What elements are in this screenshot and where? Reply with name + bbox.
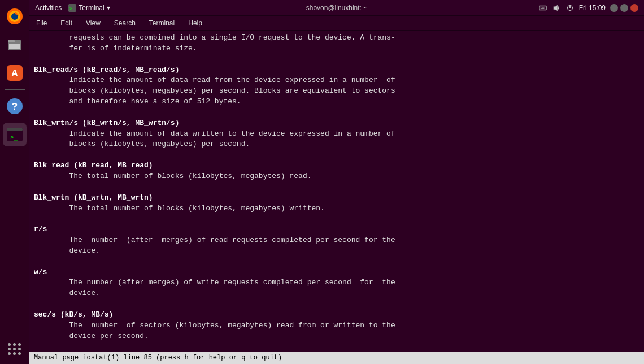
svg-text:>_: >_ (10, 133, 18, 141)
keyboard-icon (538, 3, 547, 12)
svg-rect-11 (7, 128, 23, 131)
svg-rect-5 (9, 44, 20, 49)
window-controls (610, 4, 638, 12)
top-bar-left: Activities >_ Terminal ▾ (35, 4, 110, 12)
terminal-content[interactable]: requests can be combined into a single I… (29, 31, 644, 352)
svg-text:>_: >_ (69, 6, 75, 11)
svg-rect-18 (543, 7, 545, 7)
top-bar-right: Fri 15:09 (538, 3, 638, 12)
close-button[interactable] (630, 4, 638, 12)
svg-rect-16 (540, 7, 541, 7)
files-icon[interactable] (3, 33, 27, 57)
menu-edit[interactable]: Edit (58, 18, 75, 28)
menu-view[interactable]: View (84, 18, 103, 28)
svg-rect-19 (540, 8, 544, 8)
volume-icon[interactable] (552, 3, 561, 12)
terminal-label: Terminal (79, 4, 104, 12)
menu-bar: File Edit View Search Terminal Help (29, 16, 644, 31)
time-display: Fri 15:09 (579, 4, 606, 12)
terminal-sidebar-icon[interactable]: >_ (3, 123, 27, 146)
maximize-button[interactable] (620, 4, 628, 12)
power-icon[interactable] (565, 3, 575, 12)
top-bar: Activities >_ Terminal ▾ shovon@linuxhin… (29, 0, 644, 16)
menu-file[interactable]: File (34, 18, 49, 28)
terminal-output: requests can be combined into a single I… (34, 33, 639, 352)
menu-help[interactable]: Help (186, 18, 204, 28)
app-store-icon[interactable]: A (3, 61, 27, 85)
svg-rect-4 (8, 40, 15, 42)
main-area: Activities >_ Terminal ▾ shovon@linuxhin… (29, 0, 644, 364)
status-bar: Manual page iostat(1) line 85 (press h f… (29, 352, 644, 364)
menu-terminal[interactable]: Terminal (147, 18, 177, 28)
svg-marker-20 (553, 5, 557, 11)
svg-text:?: ? (12, 101, 18, 112)
terminal-small-icon: >_ (68, 4, 76, 12)
help-icon[interactable]: ? (3, 94, 27, 118)
svg-text:A: A (12, 68, 18, 79)
status-text: Manual page iostat(1) line 85 (press h f… (34, 354, 282, 362)
activities-button[interactable]: Activities (35, 4, 62, 12)
app-grid-button[interactable] (8, 339, 21, 359)
firefox-icon[interactable] (3, 5, 27, 28)
taskbar-divider (5, 89, 25, 90)
svg-rect-15 (539, 6, 546, 10)
svg-rect-17 (542, 7, 543, 7)
window-title: shovon@linuxhint: ~ (306, 4, 368, 12)
menu-search[interactable]: Search (112, 18, 138, 28)
minimize-button[interactable] (610, 4, 618, 12)
terminal-dropdown-arrow: ▾ (107, 4, 110, 12)
terminal-menu-button[interactable]: >_ Terminal ▾ (68, 4, 110, 12)
taskbar: A ? >_ (0, 0, 29, 364)
